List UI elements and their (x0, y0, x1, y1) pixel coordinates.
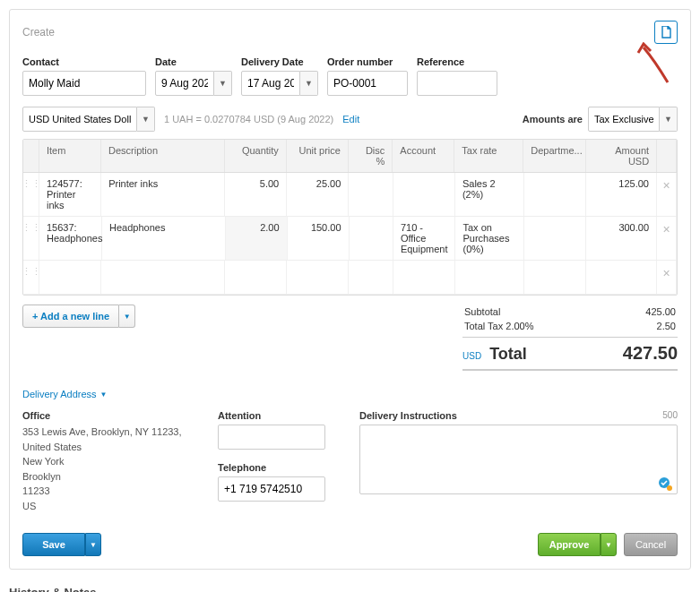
attach-file-button[interactable] (654, 21, 678, 44)
delivery-date-input[interactable] (241, 71, 300, 96)
order-number-field: Order number (327, 56, 408, 96)
caret-down-icon: ▼ (100, 390, 108, 399)
cell-description[interactable]: Headphones (102, 217, 226, 260)
cell-item[interactable]: 15637: Headphones (39, 217, 102, 260)
date-dropdown[interactable]: ▼ (214, 71, 232, 96)
total-currency: USD (462, 351, 481, 361)
cell-price[interactable] (287, 261, 349, 294)
delete-row-icon[interactable]: × (657, 261, 677, 294)
cell-item[interactable]: 124577: Printer inks (39, 173, 101, 216)
edit-rate-link[interactable]: Edit (342, 114, 359, 124)
cell-tax[interactable]: Tax on Purchases (0%) (455, 217, 524, 260)
card-header: Create (22, 21, 678, 44)
save-dropdown[interactable]: ▼ (85, 533, 101, 556)
date-field: Date ▼ (155, 56, 232, 96)
telephone-label: Telephone (218, 462, 334, 473)
tax-label: Total Tax 2.00% (464, 321, 533, 331)
attention-label: Attention (218, 410, 334, 421)
char-count: 500 (662, 410, 678, 425)
col-disc: Disc % (349, 140, 393, 172)
history-title: History & Notes (9, 586, 691, 592)
cell-tax[interactable]: Sales 2 (2%) (455, 173, 524, 216)
cell-qty[interactable] (225, 261, 287, 294)
drag-handle-icon[interactable]: ⋮⋮ (23, 261, 39, 294)
delivery-section: Office 353 Lewis Ave, Brooklyn, NY 11233… (22, 410, 678, 513)
attention-input[interactable] (218, 425, 325, 450)
delivery-instructions-input[interactable] (359, 425, 678, 494)
add-new-line-button[interactable]: + Add a new line (22, 305, 119, 328)
tax-value: 2.50 (657, 321, 676, 331)
line-row[interactable]: ⋮⋮ 124577: Printer inks Printer inks 5.0… (23, 173, 677, 217)
drag-handle-icon[interactable]: ⋮⋮ (23, 173, 39, 216)
telephone-input[interactable] (218, 476, 325, 502)
cancel-button[interactable]: Cancel (624, 533, 678, 556)
col-unit-price: Unit price (287, 140, 349, 172)
grid-header: Item Description Quantity Unit price Dis… (23, 140, 677, 173)
line-row[interactable]: ⋮⋮ 15637: Headphones Headphones 2.00 150… (23, 217, 677, 261)
reference-field: Reference (417, 56, 497, 96)
delete-row-icon[interactable]: × (657, 217, 677, 260)
cell-dept[interactable] (524, 261, 586, 294)
cell-account[interactable] (393, 173, 455, 216)
file-icon (661, 26, 671, 39)
create-card: Create Contact Date ▼ Delivery Date ▼ Or… (9, 9, 691, 570)
currency-dropdown[interactable]: ▼ (137, 107, 155, 132)
cell-item[interactable] (39, 261, 101, 294)
cell-description[interactable]: Printer inks (101, 173, 225, 216)
line-items-grid: Item Description Quantity Unit price Dis… (22, 139, 678, 296)
cell-price[interactable]: 25.00 (287, 173, 349, 216)
drag-handle-icon[interactable]: ⋮⋮ (23, 217, 39, 260)
contact-field: Contact (22, 56, 146, 96)
delivery-date-field: Delivery Date ▼ (241, 56, 318, 96)
add-new-line-dropdown[interactable]: ▼ (119, 305, 135, 328)
amounts-are-label: Amounts are (523, 114, 583, 124)
address-line: US (22, 499, 193, 514)
footer-buttons: Save ▼ Approve ▼ Cancel (22, 533, 678, 556)
save-button[interactable]: Save (22, 533, 85, 556)
cell-description[interactable] (101, 261, 225, 294)
col-department: Departme... (523, 140, 586, 172)
cell-account[interactable] (393, 261, 455, 294)
approve-button[interactable]: Approve (538, 533, 601, 556)
cell-dept[interactable] (524, 173, 586, 216)
delivery-instructions-label: Delivery Instructions (359, 410, 457, 421)
date-input[interactable] (155, 71, 214, 96)
date-label: Date (155, 56, 232, 67)
address-line: 353 Lewis Ave, Brooklyn, NY 11233, Unite… (22, 425, 193, 454)
currency-select[interactable] (22, 107, 137, 132)
cell-disc[interactable] (349, 261, 393, 294)
cell-price[interactable]: 150.00 (288, 217, 350, 260)
address-line: 11233 (22, 484, 193, 499)
cell-qty[interactable]: 2.00 (226, 217, 288, 260)
cell-disc[interactable] (349, 173, 393, 216)
order-number-input[interactable] (327, 71, 408, 96)
cell-tax[interactable] (455, 261, 524, 294)
order-number-label: Order number (327, 56, 408, 67)
col-quantity: Quantity (225, 140, 287, 172)
approve-dropdown[interactable]: ▼ (601, 533, 617, 556)
cell-dept[interactable] (524, 217, 586, 260)
cell-disc[interactable] (350, 217, 393, 260)
delivery-date-dropdown[interactable]: ▼ (300, 71, 318, 96)
card-title: Create (22, 26, 55, 39)
totals-panel: Subtotal 425.00 Total Tax 2.00% 2.50 USD… (462, 305, 678, 371)
reference-input[interactable] (417, 71, 497, 96)
amounts-are-select[interactable] (588, 107, 660, 132)
cell-account[interactable]: 710 - Office Equipment (393, 217, 456, 260)
reference-label: Reference (417, 56, 497, 67)
contact-input[interactable] (22, 71, 146, 96)
address-line: New York (22, 454, 193, 469)
total-value: 427.50 (623, 343, 678, 364)
history-section: History & Notes Add a note (9, 586, 691, 592)
delete-row-icon[interactable]: × (657, 173, 677, 216)
cell-amount (586, 261, 657, 294)
subtotal-value: 425.00 (645, 306, 676, 317)
col-account: Account (393, 140, 454, 172)
col-description: Description (101, 140, 225, 172)
line-row[interactable]: ⋮⋮ × (23, 261, 677, 295)
cell-qty[interactable]: 5.00 (225, 173, 287, 216)
address-title: Office (22, 410, 193, 421)
delivery-address-link[interactable]: Delivery Address▼ (22, 389, 107, 399)
amounts-are-dropdown[interactable]: ▼ (660, 107, 678, 132)
delivery-date-label: Delivery Date (241, 56, 318, 67)
